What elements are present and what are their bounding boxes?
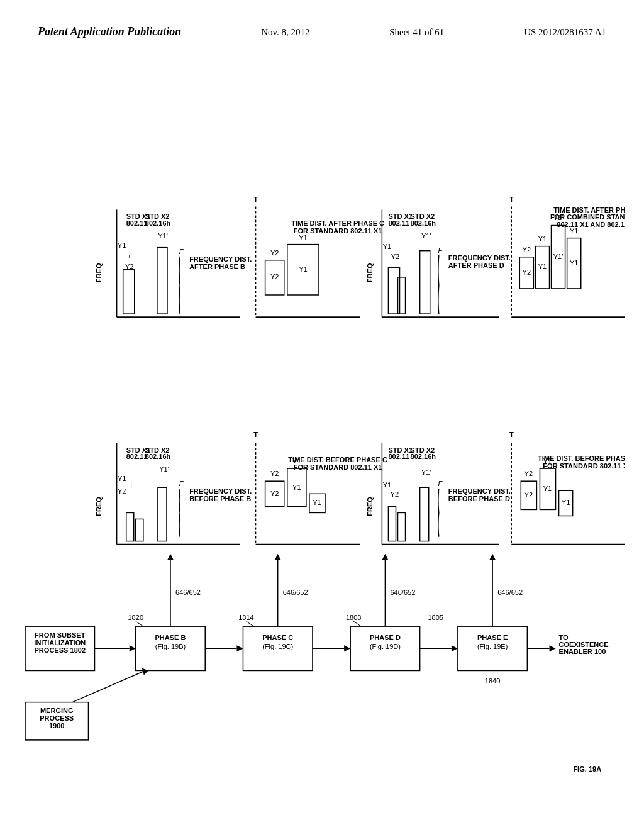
svg-text:MERGING: MERGING	[40, 707, 74, 714]
svg-text:FREQ: FREQ	[95, 497, 103, 516]
svg-text:(Fig. 19C): (Fig. 19C)	[262, 643, 293, 650]
svg-text:Y2: Y2	[270, 490, 279, 497]
svg-text:Y2: Y2	[118, 487, 126, 495]
svg-text:F: F	[438, 246, 443, 254]
svg-text:PHASE D: PHASE D	[370, 634, 401, 641]
svg-marker-47	[275, 554, 281, 560]
svg-rect-68	[158, 487, 167, 541]
figure-19a: FROM SUBSET INITIALIZATION PROCESS 1802 …	[19, 88, 625, 811]
svg-text:Y1': Y1'	[159, 465, 169, 473]
svg-text:Y2: Y2	[270, 249, 279, 257]
svg-text:Y1: Y1	[313, 499, 321, 506]
svg-text:ENABLER 100: ENABLER 100	[559, 648, 606, 655]
svg-text:Y2: Y2	[525, 491, 533, 499]
svg-line-10	[136, 621, 143, 626]
svg-marker-26	[452, 645, 458, 651]
svg-text:F: F	[179, 480, 184, 487]
svg-rect-96	[398, 512, 406, 541]
svg-text:Y1': Y1'	[421, 232, 431, 240]
svg-text:FOR STANDARD 802.11 X1: FOR STANDARD 802.11 X1	[294, 227, 382, 235]
svg-text:FREQ: FREQ	[95, 263, 103, 282]
svg-text:Y1': Y1'	[553, 253, 564, 260]
svg-text:1840: 1840	[485, 677, 501, 685]
svg-rect-125	[123, 270, 135, 314]
svg-text:802.16h: 802.16h	[411, 453, 436, 460]
svg-text:Y2: Y2	[270, 273, 279, 280]
svg-marker-19	[344, 645, 350, 651]
svg-text:BEFORE PHASE D: BEFORE PHASE D	[448, 495, 510, 502]
svg-text:F: F	[179, 248, 184, 255]
header: Patent Application Publication Nov. 8, 2…	[0, 25, 644, 38]
svg-text:646/652: 646/652	[497, 589, 523, 596]
svg-text:Y1: Y1	[118, 475, 126, 482]
svg-text:FREQ: FREQ	[366, 263, 374, 282]
svg-marker-42	[142, 668, 148, 675]
svg-text:(Fig. 19E): (Fig. 19E)	[477, 643, 508, 650]
svg-text:1900: 1900	[49, 722, 65, 729]
svg-text:802.11: 802.11	[388, 219, 409, 227]
svg-text:1805: 1805	[428, 614, 443, 621]
svg-text:F: F	[438, 480, 443, 487]
svg-text:FREQUENCY DIST.: FREQUENCY DIST.	[448, 487, 511, 495]
svg-text:646/652: 646/652	[283, 589, 308, 596]
svg-text:FOR STANDARD 802.11 X1: FOR STANDARD 802.11 X1	[543, 462, 625, 470]
svg-text:802.11: 802.11	[388, 453, 409, 460]
patent-number: US 2012/0281637 A1	[524, 27, 606, 38]
svg-text:FREQUENCY DIST.: FREQUENCY DIST.	[448, 254, 511, 262]
svg-text:+: +	[130, 481, 133, 489]
svg-text:Y1: Y1	[299, 234, 308, 241]
publication-title: Patent Application Publication	[38, 25, 181, 38]
svg-text:Y1: Y1	[292, 484, 301, 491]
svg-line-41	[72, 670, 145, 702]
svg-text:TIME DIST. BEFORE PHASE C: TIME DIST. BEFORE PHASE C	[288, 456, 387, 463]
svg-text:T: T	[509, 431, 514, 438]
svg-rect-67	[136, 519, 143, 541]
svg-text:802.16h: 802.16h	[145, 453, 171, 460]
svg-text:Y1: Y1	[383, 481, 391, 489]
svg-text:Y1: Y1	[570, 259, 578, 267]
svg-text:INITIALIZATION: INITIALIZATION	[34, 639, 86, 646]
svg-text:FIG. 19A: FIG. 19A	[573, 765, 601, 773]
page: Patent Application Publication Nov. 8, 2…	[0, 0, 644, 830]
svg-text:T: T	[253, 196, 258, 203]
svg-text:Y2: Y2	[391, 253, 400, 260]
svg-text:1814: 1814	[238, 614, 254, 621]
svg-text:Y1: Y1	[299, 265, 308, 273]
svg-text:Y1: Y1	[383, 243, 391, 250]
svg-text:802.11: 802.11	[126, 453, 148, 460]
svg-marker-5	[130, 645, 136, 651]
svg-text:Y1': Y1'	[421, 468, 431, 476]
svg-text:Y1: Y1	[562, 499, 570, 506]
svg-text:1820: 1820	[128, 614, 143, 621]
svg-text:(Fig. 19D): (Fig. 19D)	[370, 643, 401, 650]
svg-text:PROCESS: PROCESS	[40, 714, 74, 722]
svg-marker-12	[236, 645, 243, 651]
svg-marker-53	[489, 554, 496, 560]
svg-text:Y2: Y2	[391, 490, 399, 498]
svg-text:BEFORE PHASE B: BEFORE PHASE B	[189, 495, 251, 502]
svg-text:FROM SUBSET: FROM SUBSET	[35, 631, 86, 639]
svg-text:TIME DIST. AFTER PHASE C: TIME DIST. AFTER PHASE C	[291, 219, 384, 227]
svg-text:PHASE B: PHASE B	[155, 634, 186, 641]
svg-text:Y2: Y2	[525, 470, 533, 477]
svg-text:802.16h: 802.16h	[411, 219, 436, 227]
svg-text:AFTER PHASE B: AFTER PHASE B	[189, 263, 245, 270]
svg-text:646/652: 646/652	[390, 589, 415, 596]
svg-text:FREQ: FREQ	[366, 497, 374, 516]
svg-marker-44	[167, 554, 174, 560]
svg-text:FREQUENCY DIST.: FREQUENCY DIST.	[189, 255, 252, 263]
svg-text:Y1: Y1	[538, 235, 547, 243]
svg-text:PHASE C: PHASE C	[262, 634, 293, 641]
svg-marker-33	[550, 645, 556, 651]
svg-rect-66	[126, 512, 134, 541]
svg-text:Y1': Y1'	[158, 232, 168, 240]
svg-text:Y2: Y2	[523, 268, 531, 276]
svg-text:Y1: Y1	[118, 241, 126, 249]
svg-text:646/652: 646/652	[175, 589, 201, 596]
svg-text:802.16h: 802.16h	[145, 219, 171, 227]
svg-text:Y1: Y1	[538, 263, 547, 270]
svg-marker-50	[382, 554, 388, 560]
svg-text:Y1: Y1	[543, 485, 552, 492]
svg-rect-95	[388, 506, 396, 541]
publication-date: Nov. 8, 2012	[261, 27, 309, 38]
